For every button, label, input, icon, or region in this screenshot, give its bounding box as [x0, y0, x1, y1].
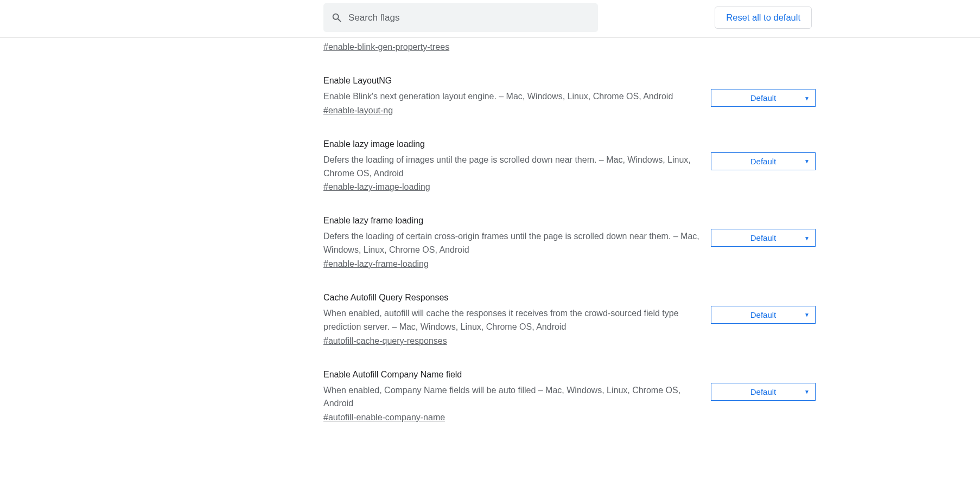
flag-control: Default ▼	[711, 383, 816, 401]
flag-select[interactable]: Default ▼	[711, 229, 816, 247]
flag-control: Default ▼	[711, 306, 816, 324]
flag-text: Cache Autofill Query Responses When enab…	[323, 293, 701, 346]
flag-text: Enable lazy frame loading Defers the loa…	[323, 216, 701, 269]
flag-select[interactable]: Default ▼	[711, 383, 816, 401]
chevron-down-icon: ▼	[804, 235, 810, 241]
flag-control: Default ▼	[711, 229, 816, 247]
search-input[interactable]	[343, 12, 590, 23]
flag-title: Cache Autofill Query Responses	[323, 293, 701, 303]
flag-title: Enable LayoutNG	[323, 76, 701, 86]
flag-description: Defers the loading of images until the p…	[323, 153, 701, 181]
select-value: Default	[750, 93, 777, 102]
flag-anchor-link[interactable]: #autofill-enable-company-name	[323, 413, 445, 422]
page-header: Reset all to default	[0, 0, 980, 38]
flag-select[interactable]: Default ▼	[711, 152, 816, 170]
flag-control: Default ▼	[711, 89, 816, 107]
reset-all-button[interactable]: Reset all to default	[715, 7, 812, 29]
search-icon	[331, 12, 343, 24]
flag-title: Enable lazy image loading	[323, 139, 701, 149]
flag-text: Enable LayoutNG Enable Blink's next gene…	[323, 76, 701, 116]
flag-description: When enabled, Company Name fields will b…	[323, 384, 701, 411]
select-value: Default	[750, 233, 777, 242]
flag-anchor-link[interactable]: #enable-lazy-image-loading	[323, 182, 430, 192]
flag-anchor-link[interactable]: #enable-blink-gen-property-trees	[323, 42, 449, 52]
flag-description: Enable Blink's next generation layout en…	[323, 90, 701, 104]
flag-select[interactable]: Default ▼	[711, 89, 816, 107]
flag-anchor-link[interactable]: #autofill-cache-query-responses	[323, 336, 447, 346]
search-wrap[interactable]	[323, 3, 598, 32]
flags-content: #enable-blink-gen-property-trees Enable …	[168, 38, 812, 446]
flag-anchor-link[interactable]: #enable-lazy-frame-loading	[323, 259, 429, 269]
chevron-down-icon: ▼	[804, 312, 810, 318]
flag-anchor-link[interactable]: #enable-layout-ng	[323, 106, 393, 116]
flag-item: #enable-blink-gen-property-trees	[323, 41, 812, 76]
header-inner: Reset all to default	[168, 3, 812, 32]
flag-description: When enabled, autofill will cache the re…	[323, 307, 701, 334]
flag-description: Defers the loading of certain cross-orig…	[323, 230, 701, 257]
select-value: Default	[750, 387, 777, 396]
flag-item: Enable lazy frame loading Defers the loa…	[323, 216, 812, 293]
chevron-down-icon: ▼	[804, 95, 810, 101]
flag-item: Enable LayoutNG Enable Blink's next gene…	[323, 76, 812, 139]
flag-text: Enable Autofill Company Name field When …	[323, 370, 701, 423]
flag-control: Default ▼	[711, 152, 816, 170]
select-value: Default	[750, 157, 777, 166]
flag-item: Cache Autofill Query Responses When enab…	[323, 293, 812, 370]
flag-text: #enable-blink-gen-property-trees	[323, 41, 701, 52]
flag-item: Enable Autofill Company Name field When …	[323, 370, 812, 447]
chevron-down-icon: ▼	[804, 389, 810, 395]
flag-title: Enable lazy frame loading	[323, 216, 701, 226]
flag-select[interactable]: Default ▼	[711, 306, 816, 324]
select-value: Default	[750, 310, 777, 319]
flag-item: Enable lazy image loading Defers the loa…	[323, 139, 812, 216]
chevron-down-icon: ▼	[804, 158, 810, 164]
flag-title: Enable Autofill Company Name field	[323, 370, 701, 380]
flag-text: Enable lazy image loading Defers the loa…	[323, 139, 701, 193]
